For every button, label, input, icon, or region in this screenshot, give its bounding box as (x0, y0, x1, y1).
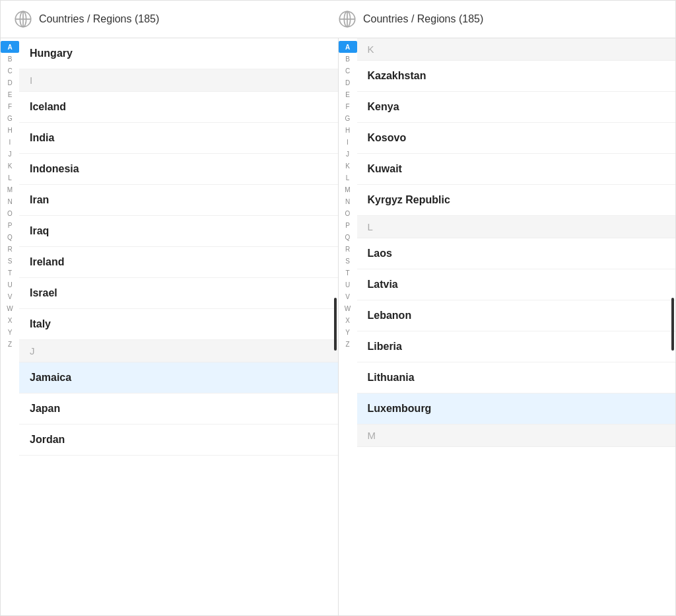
list-item[interactable]: Iraq (19, 216, 338, 247)
right-alpha-item-L[interactable]: L (339, 172, 357, 184)
left-list-area[interactable]: HungaryIIcelandIndiaIndonesiaIranIraqIre… (19, 38, 338, 615)
list-item[interactable]: Jamaica (19, 362, 338, 394)
right-list-area[interactable]: KKazakhstanKenyaKosovoKuwaitKyrgyz Repub… (357, 38, 676, 615)
alpha-item-B[interactable]: B (1, 53, 19, 65)
right-alpha-item-P[interactable]: P (339, 219, 357, 231)
right-alpha-item-U[interactable]: U (339, 279, 357, 291)
list-item[interactable]: Latvia (357, 269, 676, 300)
alpha-item-J[interactable]: J (1, 148, 19, 160)
alpha-item-F[interactable]: F (1, 100, 19, 112)
alpha-item-W[interactable]: W (1, 302, 19, 314)
alpha-item-K[interactable]: K (1, 160, 19, 172)
header-right: Countries / Regions (185) (338, 10, 662, 28)
section-header-I: I (19, 69, 338, 92)
alpha-item-X[interactable]: X (1, 314, 19, 326)
right-alpha-item-Q[interactable]: Q (339, 231, 357, 243)
section-header-J: J (19, 340, 338, 362)
right-alpha-item-B[interactable]: B (339, 53, 357, 65)
section-header-K: K (357, 38, 676, 61)
right-alpha-item-H[interactable]: H (339, 124, 357, 136)
alpha-item-D[interactable]: D (1, 77, 19, 88)
right-alpha-item-G[interactable]: G (339, 112, 357, 124)
list-item[interactable]: Japan (19, 394, 338, 425)
right-alpha-item-C[interactable]: C (339, 65, 357, 77)
left-alpha-sidebar: A B C D E F G H I J K L M N O P Q R S T (1, 38, 19, 615)
right-alpha-item-W[interactable]: W (339, 302, 357, 314)
list-item[interactable]: Indonesia (19, 154, 338, 185)
list-item[interactable]: Jordan (19, 425, 338, 456)
alpha-item-P[interactable]: P (1, 219, 19, 231)
right-alpha-item-N[interactable]: N (339, 195, 357, 207)
right-alpha-item-A[interactable]: A (339, 41, 357, 53)
list-item[interactable]: Iceland (19, 92, 338, 123)
right-alpha-item-T[interactable]: T (339, 267, 357, 279)
alpha-item-I[interactable]: I (1, 136, 19, 148)
alpha-item-S[interactable]: S (1, 255, 19, 267)
right-alpha-item-K[interactable]: K (339, 160, 357, 172)
section-header-L: L (357, 216, 676, 238)
list-item[interactable]: Kuwait (357, 154, 676, 185)
left-panel-title: Countries / Regions (185) (39, 13, 159, 25)
alpha-item-N[interactable]: N (1, 195, 19, 207)
right-alpha-item-J[interactable]: J (339, 148, 357, 160)
list-item[interactable]: Hungary (19, 38, 338, 69)
page-container: Countries / Regions (185) Countries / Re… (0, 0, 676, 616)
right-alpha-item-S[interactable]: S (339, 255, 357, 267)
alpha-item-U[interactable]: U (1, 279, 19, 291)
list-item[interactable]: Laos (357, 238, 676, 269)
list-item[interactable]: Luxembourg (357, 394, 676, 425)
right-alpha-sidebar: A B C D E F G H I J K L M N O P Q R S T (339, 38, 357, 615)
alpha-item-V[interactable]: V (1, 291, 19, 302)
list-item[interactable]: Italy (19, 309, 338, 340)
list-item[interactable]: Israel (19, 278, 338, 309)
alpha-item-O[interactable]: O (1, 207, 19, 219)
list-item[interactable]: Kazakhstan (357, 61, 676, 92)
right-alpha-item-O[interactable]: O (339, 207, 357, 219)
list-item[interactable]: Lithuania (357, 362, 676, 394)
header-row: Countries / Regions (185) Countries / Re… (1, 1, 675, 38)
alpha-item-E[interactable]: E (1, 88, 19, 100)
right-alpha-item-V[interactable]: V (339, 291, 357, 302)
list-item[interactable]: Kenya (357, 92, 676, 123)
list-item[interactable]: Liberia (357, 331, 676, 362)
alpha-item-T[interactable]: T (1, 267, 19, 279)
list-item[interactable]: India (19, 123, 338, 154)
alpha-item-R[interactable]: R (1, 243, 19, 255)
alpha-item-Q[interactable]: Q (1, 231, 19, 243)
globe-icon-right (338, 10, 356, 28)
right-alpha-item-R[interactable]: R (339, 243, 357, 255)
alpha-item-H[interactable]: H (1, 124, 19, 136)
globe-icon-left (14, 10, 32, 28)
right-alpha-item-Z[interactable]: Z (339, 338, 357, 350)
alpha-item-A[interactable]: A (1, 41, 19, 53)
alpha-item-C[interactable]: C (1, 65, 19, 77)
list-item[interactable]: Kyrgyz Republic (357, 185, 676, 216)
list-item[interactable]: Iran (19, 185, 338, 216)
list-item[interactable]: Lebanon (357, 300, 676, 331)
section-header-M: M (357, 425, 676, 447)
alpha-item-L[interactable]: L (1, 172, 19, 184)
right-alpha-item-I[interactable]: I (339, 136, 357, 148)
list-item[interactable]: Kosovo (357, 123, 676, 154)
right-alpha-item-E[interactable]: E (339, 88, 357, 100)
left-panel: A B C D E F G H I J K L M N O P Q R S T (1, 38, 338, 615)
right-panel-title: Countries / Regions (185) (363, 13, 483, 25)
right-alpha-item-D[interactable]: D (339, 77, 357, 88)
right-alpha-item-F[interactable]: F (339, 100, 357, 112)
right-alpha-item-Y[interactable]: Y (339, 326, 357, 338)
right-panel: A B C D E F G H I J K L M N O P Q R S T (339, 38, 676, 615)
alpha-item-M[interactable]: M (1, 184, 19, 195)
alpha-item-Z[interactable]: Z (1, 338, 19, 350)
alpha-item-Y[interactable]: Y (1, 326, 19, 338)
alpha-item-G[interactable]: G (1, 112, 19, 124)
right-alpha-item-M[interactable]: M (339, 184, 357, 195)
list-item[interactable]: Ireland (19, 247, 338, 278)
content-row: A B C D E F G H I J K L M N O P Q R S T (1, 38, 675, 615)
right-alpha-item-X[interactable]: X (339, 314, 357, 326)
header-left: Countries / Regions (185) (14, 10, 338, 28)
